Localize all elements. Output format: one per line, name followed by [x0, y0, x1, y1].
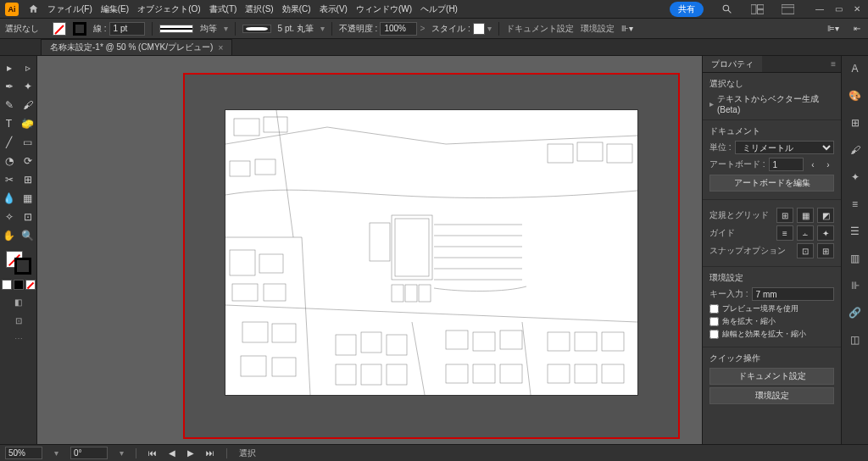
- prefs-link[interactable]: 環境設定: [581, 23, 615, 35]
- gradient-tool[interactable]: ▦: [19, 190, 36, 207]
- menu-object[interactable]: オブジェクト(O): [137, 3, 200, 15]
- align-panel-icon[interactable]: ⊪: [848, 278, 863, 293]
- brushes-panel-icon[interactable]: 🖌: [848, 142, 863, 158]
- key-input[interactable]: [752, 287, 834, 301]
- stroke-profile[interactable]: [159, 25, 193, 33]
- links-panel-icon[interactable]: 🔗: [848, 305, 863, 320]
- shape-builder-tool[interactable]: ◔: [1, 153, 18, 169]
- menu-help[interactable]: ヘルプ(H): [420, 3, 458, 15]
- arrange-icon[interactable]: [749, 3, 765, 15]
- zoom-tool[interactable]: 🔍: [19, 227, 36, 244]
- stroke-panel-icon[interactable]: ≡: [848, 197, 863, 212]
- libraries-panel-icon[interactable]: ▥: [848, 251, 863, 266]
- curvature-tool[interactable]: ✦: [19, 78, 36, 95]
- menu-window[interactable]: ウィンドウ(W): [356, 3, 412, 15]
- type-tool[interactable]: T: [1, 115, 18, 132]
- artboard-tool[interactable]: ⊡: [19, 208, 36, 225]
- symbols-panel-icon[interactable]: ✦: [848, 169, 863, 185]
- stroke-width-input[interactable]: [109, 22, 145, 36]
- properties-icon[interactable]: A: [848, 61, 863, 76]
- menu-select[interactable]: 選択(S): [245, 3, 273, 15]
- menu-file[interactable]: ファイル(F): [47, 3, 92, 15]
- color-mode-solid[interactable]: [2, 280, 12, 290]
- share-button[interactable]: 共有: [670, 2, 704, 17]
- scale-corners-checkbox[interactable]: 角を拡大・縮小: [709, 316, 834, 327]
- rotate-tool[interactable]: ⟳: [19, 153, 36, 169]
- menu-type[interactable]: 書式(T): [209, 3, 237, 15]
- minimize-button[interactable]: —: [814, 4, 826, 14]
- menu-edit[interactable]: 編集(E): [101, 3, 129, 15]
- panel-menu-icon[interactable]: ≡: [831, 59, 836, 69]
- menu-effect[interactable]: 効果(C): [282, 3, 311, 15]
- symbol-tool[interactable]: ✧: [1, 208, 18, 225]
- quick-doc-setup-button[interactable]: ドキュメント設定: [709, 368, 834, 385]
- svg-rect-11: [230, 250, 255, 275]
- paintbrush-tool[interactable]: 🖌: [19, 97, 36, 114]
- nav-first-icon[interactable]: ⏮: [148, 448, 157, 458]
- document-tab[interactable]: 名称未設定-1* @ 50 % (CMYK/プレビュー) ×: [41, 39, 232, 55]
- eraser-tool[interactable]: 🧽: [19, 115, 36, 132]
- grid-toggle-icon[interactable]: ▦: [797, 208, 814, 223]
- guides-lock-icon[interactable]: ⫠: [797, 225, 814, 241]
- workspace-icon[interactable]: [780, 3, 795, 15]
- vector-gen-row[interactable]: ▸テキストからベクター生成 (Beta): [709, 93, 834, 114]
- more-options-icon[interactable]: ⊫▾: [827, 24, 839, 33]
- artboard-input[interactable]: [769, 158, 804, 171]
- pen-tool[interactable]: ✒: [1, 78, 18, 95]
- artboard-next[interactable]: ›: [822, 157, 834, 172]
- layers-panel-icon[interactable]: ☰: [848, 224, 863, 239]
- ruler-toggle-icon[interactable]: ⊞: [776, 208, 793, 223]
- rectangle-tool[interactable]: ▭: [19, 134, 36, 151]
- snap-grid-icon[interactable]: ⊞: [817, 243, 834, 258]
- stroke-color[interactable]: [14, 258, 31, 275]
- search-icon[interactable]: [719, 3, 734, 15]
- guides-show-icon[interactable]: ≡: [776, 225, 793, 241]
- zoom-input[interactable]: [5, 447, 42, 459]
- width-tool[interactable]: ⊞: [19, 171, 36, 188]
- preview-bounds-checkbox[interactable]: プレビュー境界を使用: [709, 303, 834, 314]
- fill-swatch[interactable]: [53, 22, 66, 36]
- color-mode-none[interactable]: [25, 280, 36, 290]
- smart-guides-icon[interactable]: ✦: [817, 225, 834, 241]
- quick-prefs-button[interactable]: 環境設定: [709, 387, 834, 404]
- panel-toggle-icon[interactable]: ⇤: [851, 24, 863, 33]
- swatches-panel-icon[interactable]: ⊞: [848, 115, 863, 131]
- artboard-prev[interactable]: ‹: [807, 157, 819, 172]
- doc-setup-link[interactable]: ドキュメント設定: [506, 23, 574, 35]
- close-button[interactable]: ✕: [851, 4, 863, 14]
- fill-stroke-control[interactable]: [4, 251, 33, 276]
- line-tool[interactable]: ╱: [1, 134, 18, 151]
- snap-point-icon[interactable]: ⊡: [797, 243, 814, 258]
- brush-preview[interactable]: [242, 25, 271, 33]
- color-panel-icon[interactable]: 🎨: [848, 88, 863, 103]
- hand-tool[interactable]: ✋: [1, 227, 18, 244]
- style-swatch[interactable]: [473, 23, 485, 35]
- unit-select[interactable]: ミリメートル: [735, 141, 834, 154]
- direct-selection-tool[interactable]: ▹: [19, 59, 36, 76]
- nav-next-icon[interactable]: ▶: [187, 448, 194, 458]
- color-mode-gradient[interactable]: [14, 280, 24, 290]
- home-icon[interactable]: [27, 3, 39, 15]
- edit-artboard-button[interactable]: アートボードを編集: [709, 175, 834, 192]
- screen-mode-icon[interactable]: ⊡: [10, 314, 27, 327]
- menu-view[interactable]: 表示(V): [320, 3, 348, 15]
- properties-tab[interactable]: プロパティ: [703, 56, 762, 72]
- rotation-input[interactable]: [70, 447, 108, 459]
- pencil-tool[interactable]: ✎: [1, 97, 18, 114]
- selection-tool[interactable]: ▸: [1, 59, 18, 76]
- opacity-input[interactable]: [380, 22, 417, 36]
- draw-mode-icon[interactable]: ◧: [10, 295, 27, 308]
- transform-panel-icon[interactable]: ◫: [848, 332, 863, 347]
- scissors-tool[interactable]: ✂: [1, 171, 18, 188]
- canvas[interactable]: [37, 56, 702, 444]
- maximize-button[interactable]: ▭: [832, 4, 844, 14]
- eyedropper-tool[interactable]: 💧: [1, 190, 18, 207]
- edit-toolbar-icon[interactable]: ⋯: [14, 334, 23, 343]
- nav-prev-icon[interactable]: ◀: [169, 448, 175, 458]
- nav-last-icon[interactable]: ⏭: [206, 448, 214, 458]
- transparency-grid-icon[interactable]: ◩: [817, 208, 834, 223]
- scale-strokes-checkbox[interactable]: 線幅と効果を拡大・縮小: [709, 329, 834, 340]
- stroke-swatch[interactable]: [73, 22, 86, 36]
- align-icon[interactable]: ⊪▾: [621, 24, 633, 33]
- tab-close-icon[interactable]: ×: [218, 43, 223, 53]
